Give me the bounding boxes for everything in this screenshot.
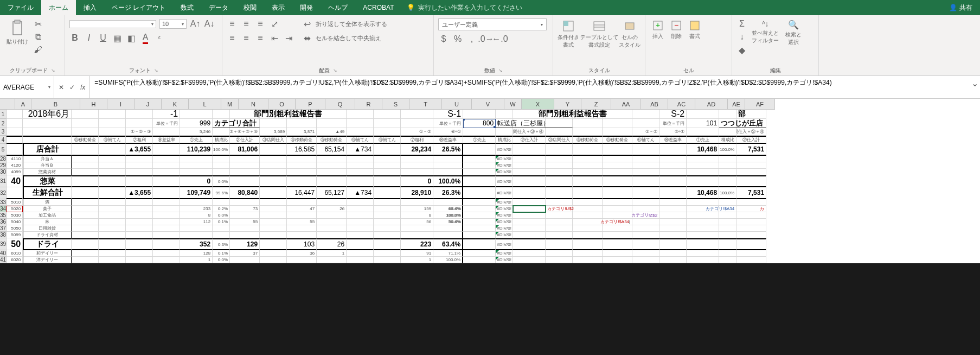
comma-format-icon[interactable]: , — [466, 34, 477, 45]
cell-AD37[interactable] — [687, 225, 719, 232]
cell-AC41[interactable] — [659, 257, 687, 263]
cell-W36[interactable]: #DIV/0! — [496, 219, 513, 225]
cell-I33[interactable] — [99, 199, 126, 206]
cell-K39[interactable] — [153, 238, 180, 250]
cell-V3[interactable] — [463, 128, 496, 136]
cell-M31[interactable]: 0.0% — [213, 175, 230, 187]
cell-T2[interactable] — [401, 119, 433, 128]
cell-U3[interactable]: ⑥÷① — [433, 128, 463, 136]
cell-K5[interactable] — [153, 144, 180, 156]
cell-B41[interactable]: 洋デイリー — [23, 257, 72, 263]
column-header-AB[interactable]: AB — [641, 99, 668, 110]
cells-area[interactable]: 2018年6月-1部門別粗利益報告書S-1部門別粗利益報告書S-2部単位＝千円9… — [7, 110, 766, 263]
cell-U30[interactable] — [433, 169, 463, 175]
cell-AA2[interactable] — [603, 119, 632, 128]
cell-AB1[interactable] — [632, 110, 659, 119]
cell-AC31[interactable] — [659, 175, 687, 187]
column-header-B[interactable]: B — [31, 99, 80, 110]
cell-W5[interactable]: #DIV/0! — [496, 144, 513, 156]
column-header-S[interactable]: S — [382, 99, 409, 110]
cell-Q40[interactable]: 1 — [317, 250, 347, 257]
cell-K1[interactable]: -1 — [153, 110, 180, 119]
sort-filter-button[interactable]: ᴬ↓並べ替えと フィルター — [750, 18, 781, 46]
cell-AF39[interactable] — [736, 238, 766, 250]
column-header-AE[interactable]: AE — [728, 99, 745, 110]
cell-X34[interactable] — [513, 206, 546, 212]
cell-Q38[interactable] — [317, 232, 347, 238]
cell-V5[interactable] — [463, 144, 496, 156]
cell-S3[interactable] — [374, 128, 401, 136]
cell-X41[interactable] — [513, 257, 546, 263]
cell-S41[interactable] — [374, 257, 401, 263]
row-header-30[interactable]: 30 — [0, 169, 7, 175]
cell-AF38[interactable] — [736, 232, 766, 238]
cell-W40[interactable]: #DIV/0! — [496, 250, 513, 257]
cell-AA31[interactable] — [603, 175, 632, 187]
row-header-37[interactable]: 37 — [0, 225, 7, 232]
row-header-31[interactable]: 31 — [0, 175, 7, 187]
cell-AF29[interactable] — [736, 162, 766, 169]
cell-AE33[interactable] — [719, 199, 736, 206]
cell-M33[interactable] — [213, 199, 230, 206]
merge-cells-button[interactable]: ⬌セルを結合して中央揃え — [302, 33, 387, 43]
cell-H3[interactable] — [72, 128, 99, 136]
cell-V41[interactable] — [463, 257, 496, 263]
cell-H29[interactable] — [72, 162, 99, 169]
cell-L32[interactable]: 109,749 — [180, 187, 213, 199]
cell-J37[interactable] — [126, 225, 153, 232]
wrap-text-button[interactable]: ↩折り返して全体を表示する — [302, 18, 387, 29]
cell-H2[interactable] — [72, 119, 99, 128]
cell-N30[interactable] — [230, 169, 260, 175]
cell-W3[interactable] — [496, 128, 513, 136]
tab-file[interactable]: ファイル — [0, 0, 41, 15]
cell-R4[interactable]: ⑥補てん — [347, 136, 374, 144]
cell-AC4[interactable]: ⑧差益率 — [659, 136, 687, 144]
cell-K2[interactable]: 単位＝千円 — [153, 119, 180, 128]
cell-O37[interactable] — [260, 225, 287, 232]
column-header-W[interactable]: W — [504, 99, 522, 110]
cell-P33[interactable] — [287, 199, 317, 206]
cell-AC3[interactable]: ⑥÷① — [659, 128, 687, 136]
cell-AA41[interactable] — [603, 257, 632, 263]
cell-X1[interactable]: 部門別粗利益報告書 — [513, 110, 632, 119]
cell-R34[interactable] — [347, 206, 374, 212]
cell-A35[interactable]: 5030 — [7, 212, 23, 219]
row-header-36[interactable]: 36 — [0, 219, 7, 225]
cell-I5[interactable] — [99, 144, 126, 156]
cell-W35[interactable]: #DIV/0! — [496, 212, 513, 219]
cell-P35[interactable] — [287, 212, 317, 219]
cell-M39[interactable]: 0.3% — [213, 238, 230, 250]
cell-B3[interactable] — [23, 128, 72, 136]
cell-H36[interactable] — [72, 219, 99, 225]
cell-AE38[interactable] — [719, 232, 736, 238]
format-painter-icon[interactable]: 🖌 — [33, 45, 43, 55]
cell-V31[interactable] — [463, 175, 496, 187]
cell-L30[interactable] — [180, 169, 213, 175]
cell-W34[interactable]: #DIV/0! — [496, 206, 513, 212]
cell-AD39[interactable] — [687, 238, 719, 250]
cell-AC30[interactable] — [659, 169, 687, 175]
cell-I36[interactable] — [99, 219, 126, 225]
cell-X5[interactable] — [513, 144, 546, 156]
cell-V35[interactable] — [463, 212, 496, 219]
cell-K38[interactable] — [153, 232, 180, 238]
cell-O32[interactable] — [260, 187, 287, 199]
cell-Z31[interactable] — [573, 175, 603, 187]
cell-A34[interactable]: 5020 — [7, 206, 23, 212]
cell-J1[interactable] — [126, 110, 153, 119]
cell-U38[interactable] — [433, 232, 463, 238]
align-middle-icon[interactable]: ≡ — [241, 18, 252, 29]
cell-AB41[interactable] — [632, 257, 659, 263]
cell-H34[interactable] — [72, 206, 99, 212]
cell-A39[interactable]: 50 — [7, 238, 23, 250]
cell-AC39[interactable] — [659, 238, 687, 250]
clear-icon[interactable]: ◆ — [736, 45, 747, 55]
cell-M28[interactable] — [213, 156, 230, 162]
cell-M32[interactable]: 99.6% — [213, 187, 230, 199]
cell-X38[interactable] — [513, 232, 546, 238]
decrease-indent-icon[interactable]: ⇤ — [269, 33, 280, 43]
cell-R39[interactable] — [347, 238, 374, 250]
cell-S1[interactable] — [374, 110, 401, 119]
cell-W39[interactable]: #DIV/0! — [496, 238, 513, 250]
cell-L1[interactable] — [180, 110, 213, 119]
